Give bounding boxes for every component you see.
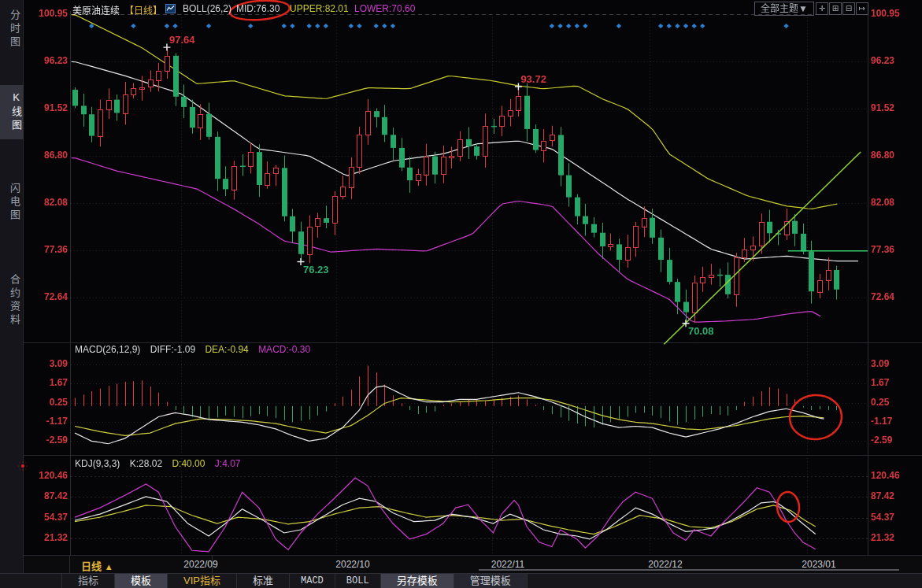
- boll-lower-value: LOWER:70.60: [354, 3, 415, 14]
- zoom-vertical-icon[interactable]: ⊟: [842, 2, 855, 15]
- macd-header: MACD(26,12,9) DIFF:-1.09 DEA:-0.94 MACD:…: [75, 344, 317, 355]
- tab-templates[interactable]: 模板: [115, 574, 168, 588]
- tab-save-template[interactable]: 另存模板: [381, 574, 454, 588]
- tab-macd[interactable]: MACD: [290, 574, 335, 588]
- kdj-j-value: J:4.07: [215, 458, 241, 469]
- indicator-label: BOLL(26,2): [183, 3, 231, 14]
- boll-mid-value: MID:76.30: [236, 3, 280, 14]
- chart-header: 美原油连续 【日线】 BOLL(26,2) MID:76.30 UPPER:82…: [0, 0, 922, 17]
- sidebar: 分时图 K线图 闪电图 合约资料: [0, 0, 24, 573]
- boll-upper-value: UPPER:82.01: [290, 3, 349, 14]
- x-axis-date: 2022/11: [491, 559, 525, 570]
- period-selector[interactable]: 日线 ▲: [81, 558, 113, 573]
- tab-indicators[interactable]: 指标: [61, 574, 115, 588]
- kdj-header: KDJ(9,3,3) K:28.02 D:40.00 J:4.07: [75, 458, 248, 469]
- macd-label: MACD(26,12,9): [75, 344, 140, 355]
- instrument-title: 美原油连续: [72, 3, 120, 17]
- period-tag[interactable]: 【日线】: [124, 3, 162, 17]
- scrollbar-thumb[interactable]: [479, 569, 899, 571]
- x-axis-date: 2022/12: [648, 559, 682, 570]
- tab-boll[interactable]: BOLL: [335, 574, 381, 588]
- bottom-tab-bar: 指标 模板 VIP指标 标准 MACD BOLL 另存模板 管理模板: [0, 573, 922, 588]
- sidebar-item-kline-chart[interactable]: K线图: [0, 85, 24, 139]
- chart-canvas[interactable]: [0, 0, 922, 588]
- up-triangle-icon: ▲: [105, 562, 113, 571]
- macd-macd-value: MACD:-0.30: [258, 344, 310, 355]
- kdj-k-value: K:28.02: [130, 458, 162, 469]
- themes-dropdown[interactable]: 全部主题▼: [754, 2, 814, 16]
- pan-right-icon[interactable]: ↦: [856, 2, 868, 15]
- sidebar-item-contract-info[interactable]: 合约资料: [2, 268, 22, 334]
- x-axis-date: 2022/09: [183, 559, 217, 570]
- line-chart-icon[interactable]: [165, 4, 176, 16]
- macd-dea-value: DEA:-0.94: [205, 344, 248, 355]
- x-axis-date: 2023/01: [802, 559, 835, 570]
- pan-icon[interactable]: ✛: [816, 2, 828, 15]
- sidebar-item-lightning-chart[interactable]: 闪电图: [2, 176, 22, 229]
- tab-vip-indicators[interactable]: VIP指标: [168, 574, 237, 588]
- tab-standard[interactable]: 标准: [237, 574, 290, 588]
- kdj-d-value: D:40.00: [172, 458, 205, 469]
- x-axis-row: 日线 ▲ 2022/09 2022/10 2022/11 2022/12 202…: [24, 555, 922, 573]
- macd-diff-value: DIFF:-1.09: [150, 344, 195, 355]
- kdj-label: KDJ(9,3,3): [75, 458, 120, 469]
- zoom-horizontal-icon[interactable]: ⊞: [829, 2, 842, 15]
- tab-manage-templates[interactable]: 管理模板: [454, 574, 528, 588]
- alert-marker-icon: [18, 461, 28, 471]
- sidebar-item-time-chart[interactable]: 分时图: [2, 3, 22, 56]
- x-axis-date: 2022/10: [335, 559, 369, 570]
